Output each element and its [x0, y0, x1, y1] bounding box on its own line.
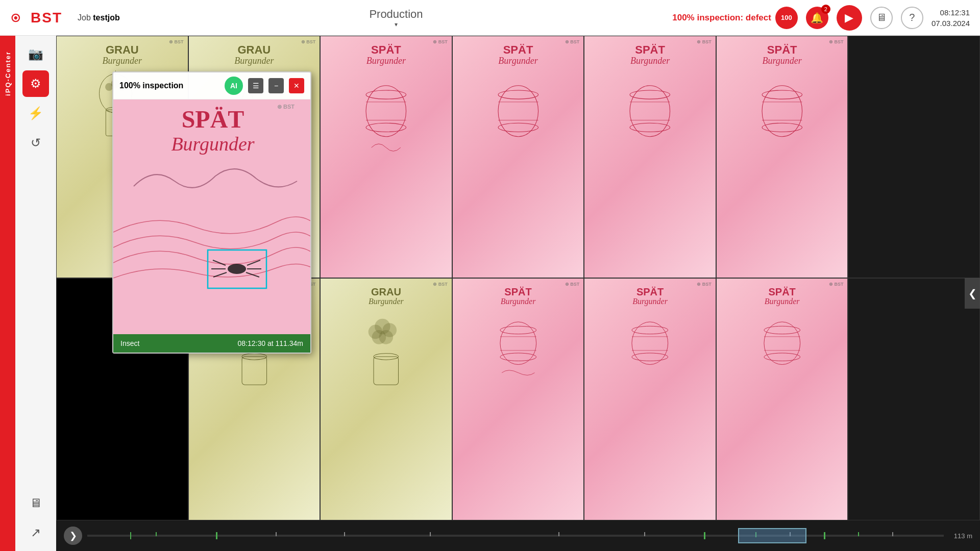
bst-watermark: ⊛ BST: [565, 39, 580, 44]
grid-cell-2-4[interactable]: ⊛ BST SPÄT Burgunder: [452, 278, 584, 520]
svg-point-19: [498, 86, 538, 137]
ai-badge: AI: [225, 77, 243, 95]
header-center: Production ▾: [120, 8, 673, 28]
label-title: GRAU: [191, 40, 318, 56]
grid-right-arrow-button[interactable]: ❮: [965, 278, 980, 309]
notification-button[interactable]: 🔔 2: [806, 7, 828, 29]
label-subtitle: Burgunder: [323, 56, 450, 66]
grid-cell-1-6[interactable]: ⊛ BST SPÄT Burgunder: [716, 36, 848, 278]
svg-rect-39: [242, 357, 266, 385]
close-icon: ✕: [293, 82, 300, 90]
chevron-left-icon: ❮: [968, 287, 977, 299]
nav-gear-button[interactable]: ⚙: [22, 70, 49, 97]
svg-point-67: [228, 264, 246, 274]
timeline-forward-button[interactable]: ❯: [64, 527, 82, 545]
timeline-marker: [156, 532, 157, 536]
job-label: Job testjob: [78, 13, 120, 22]
grid-cell-2-6[interactable]: ⊛ BST SPÄT Burgunder: [716, 278, 848, 520]
bottom-bar: ❯: [56, 520, 980, 551]
menu-icon: ☰: [253, 82, 259, 90]
svg-point-59: [764, 326, 800, 334]
grid-cell-2-3[interactable]: ⊛ BST GRAU Burgunder: [320, 278, 452, 520]
label-illustration: [453, 307, 584, 399]
svg-point-55: [632, 353, 668, 361]
screen-icon: 🖥: [876, 12, 887, 23]
play-button[interactable]: ▶: [837, 5, 862, 31]
bst-watermark: ⊛ BST: [697, 39, 712, 44]
question-icon: ?: [909, 12, 915, 23]
svg-point-54: [632, 326, 668, 334]
defect-card-menu-button[interactable]: ☰: [248, 78, 263, 93]
grid-cell-1-3[interactable]: ⊛ BST SPÄT Burgunder: [320, 36, 452, 278]
viewport-indicator[interactable]: [738, 528, 806, 543]
grid-cell-1-5[interactable]: ⊛ BST SPÄT Burgunder: [584, 36, 716, 278]
timeline-marker: [430, 532, 431, 536]
label-title: SPÄT: [719, 283, 846, 297]
timeline-background: [87, 535, 944, 537]
label-subtitle: Burgunder: [455, 297, 582, 306]
label-title: SPÄT: [455, 283, 582, 297]
svg-rect-46: [374, 357, 398, 385]
svg-point-21: [498, 123, 538, 132]
logo-area: BST Job testjob: [10, 9, 120, 27]
inspection-badge: 100: [775, 7, 798, 29]
nav-monitor-button[interactable]: 🖥: [22, 490, 49, 516]
timeline-marker: [344, 532, 345, 536]
svg-point-58: [764, 322, 800, 365]
nav-bolt-button[interactable]: ⚡: [22, 100, 49, 127]
notification-count-badge: 2: [821, 5, 830, 14]
svg-point-16: [366, 123, 406, 132]
timeline-marker: [130, 532, 131, 539]
label-subtitle: Burgunder: [455, 56, 582, 66]
bst-watermark: ⊛ BST: [565, 282, 580, 287]
label-subtitle: Burgunder: [59, 56, 186, 66]
monitor-icon: 🖥: [30, 496, 42, 510]
svg-point-25: [630, 90, 670, 99]
timeline-marker: [858, 532, 859, 536]
grid-cell-1-4[interactable]: ⊛ BST SPÄT Burgunder: [452, 36, 584, 278]
label-title: GRAU: [323, 283, 450, 297]
bst-logo: BST: [10, 9, 62, 27]
logo-text-bst: BST: [31, 10, 62, 26]
current-time: 08:12:31: [932, 7, 970, 18]
label-illustration: [453, 67, 584, 169]
nav-camera-button[interactable]: 📷: [22, 41, 49, 67]
defect-card-close-button[interactable]: ✕: [289, 78, 304, 93]
timeline-marker: [216, 532, 217, 539]
svg-point-53: [632, 322, 668, 365]
nav-share-button[interactable]: ↗: [22, 519, 49, 546]
label-subtitle: Burgunder: [719, 297, 846, 306]
production-chevron-icon[interactable]: ▾: [395, 21, 398, 28]
header-right: 100% inspection: defect 100 🔔 2 ▶ 🖥 ? 08…: [672, 5, 970, 31]
defect-card-header: 100% inspection AI ☰ − ✕: [113, 72, 310, 99]
current-date: 07.03.2024: [932, 18, 970, 29]
nav-reset-button[interactable]: ↺: [22, 130, 49, 156]
timeline-track[interactable]: [87, 531, 944, 541]
help-button[interactable]: ?: [901, 7, 923, 29]
label-title: SPÄT: [586, 40, 714, 56]
inspection-status-text: 100% inspection: defect: [672, 13, 771, 23]
label-subtitle: Burgunder: [191, 56, 318, 66]
minus-icon: −: [274, 82, 278, 90]
label-title: SPÄT: [323, 40, 450, 56]
bst-watermark: ⊛ BST: [697, 282, 712, 287]
reset-icon: ↺: [31, 136, 41, 150]
camera-icon: 📷: [28, 47, 43, 61]
bst-watermark: ⊛ BST: [829, 282, 844, 287]
sidebar-label: iPQ-Center: [4, 51, 12, 96]
label-illustration: [717, 67, 848, 169]
bst-watermark: ⊛ BST: [433, 282, 448, 287]
defect-label-svg: SPÄT Burgunder: [113, 99, 310, 334]
defect-card-minimize-button[interactable]: −: [268, 78, 284, 93]
timeline-position-label: 113 m: [954, 532, 972, 540]
svg-text:SPÄT: SPÄT: [182, 106, 244, 133]
svg-point-20: [498, 90, 538, 99]
screen-button[interactable]: 🖥: [870, 7, 893, 29]
share-icon: ↗: [31, 525, 41, 540]
gear-circle-icon: ⚙: [30, 77, 41, 91]
grid-cell-2-5[interactable]: ⊛ BST SPÄT Burgunder: [584, 278, 716, 520]
bell-icon: 🔔: [811, 12, 823, 24]
label-subtitle: Burgunder: [586, 297, 714, 306]
timeline-marker: [558, 532, 559, 536]
label-illustration: [321, 307, 452, 399]
